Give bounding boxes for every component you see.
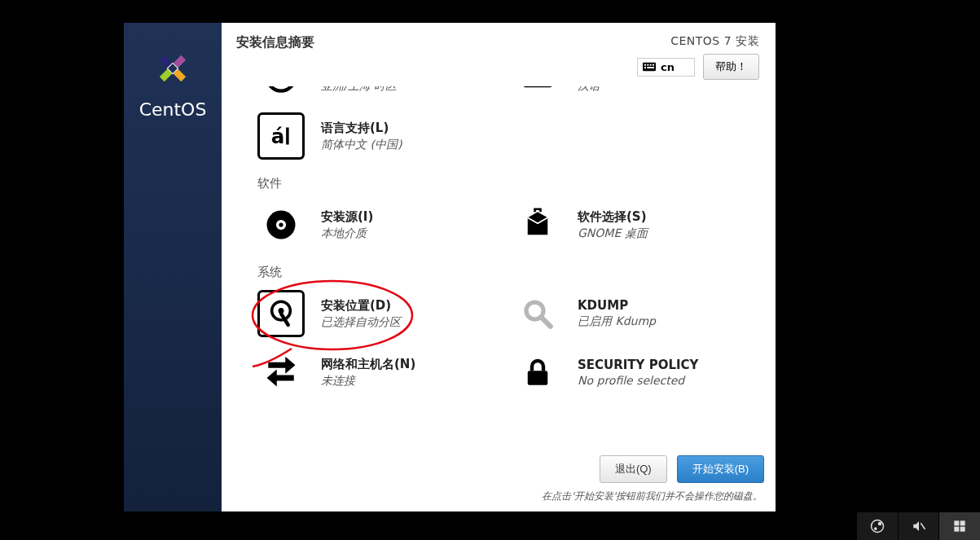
svg-rect-7 (647, 64, 648, 66)
spoke-title: KDUMP (578, 298, 656, 313)
svg-rect-11 (647, 67, 654, 68)
svg-text:á: á (271, 125, 285, 148)
network-arrows-icon (264, 355, 298, 389)
spoke-value: 未连接 (321, 374, 415, 389)
section-software: 软件 (257, 176, 754, 191)
spoke-title: SECURITY POLICY (578, 358, 698, 372)
spoke-value: 已选择自动分区 (321, 315, 401, 330)
svg-rect-15 (524, 86, 552, 87)
installer-window: CentOS 安装信息摘要 CENTOS 7 安装 cn (124, 23, 776, 511)
sound-muted-icon (912, 519, 926, 533)
svg-rect-9 (653, 64, 654, 66)
taskbar (856, 512, 980, 540)
spoke-value: GNOME 桌面 (578, 226, 648, 241)
help-button[interactable]: 帮助！ (703, 54, 759, 80)
spoke-keyboard[interactable]: 键盘(K) 汉语 (514, 86, 754, 101)
spoke-title: 语言支持(L) (321, 121, 402, 136)
magnifier-icon (521, 296, 555, 331)
svg-rect-8 (650, 64, 652, 66)
windows-icon (953, 520, 966, 533)
spoke-title: 网络和主机名(N) (321, 357, 415, 372)
svg-point-29 (279, 222, 283, 226)
svg-rect-42 (955, 527, 960, 532)
keyboard-layout-code: cn (661, 61, 675, 73)
svg-rect-41 (960, 520, 965, 525)
footer: 退出(Q) 开始安装(B) 在点击'开始安装'按钮前我们并不会操作您的磁盘。 (222, 450, 776, 511)
svg-point-12 (267, 86, 294, 91)
spoke-value: 亚洲/上海 时区 (321, 86, 402, 94)
spoke-value: 汉语 (578, 86, 622, 94)
spoke-title: 软件选择(S) (578, 209, 648, 225)
spoke-kdump[interactable]: KDUMP 已启用 Kdump (514, 290, 754, 337)
spoke-value: No profile selected (578, 374, 698, 387)
keyboard-layout-indicator[interactable]: cn (637, 58, 695, 77)
spoke-network[interactable]: 网络和主机名(N) 未连接 (257, 349, 498, 396)
svg-line-39 (921, 523, 925, 529)
quit-button[interactable]: 退出(Q) (600, 455, 667, 483)
install-label: CENTOS 7 安装 (670, 34, 759, 49)
spoke-security-policy[interactable]: SECURITY POLICY No profile selected (514, 349, 754, 396)
spoke-title: 安装位置(D) (321, 298, 401, 314)
page-title: 安装信息摘要 (236, 34, 314, 51)
svg-rect-35 (528, 371, 548, 385)
svg-rect-43 (960, 527, 965, 532)
spoke-datetime[interactable]: 日期和时间(T) 亚洲/上海 时区 (257, 86, 498, 101)
disc-icon (264, 208, 298, 242)
svg-point-37 (878, 522, 882, 526)
svg-line-34 (541, 317, 550, 326)
svg-rect-10 (644, 67, 646, 68)
spoke-software-selection[interactable]: 软件选择(S) GNOME 桌面 (514, 201, 754, 248)
centos-logo-icon (152, 47, 194, 90)
footer-note: 在点击'开始安装'按钮前我们并不会操作您的磁盘。 (542, 490, 764, 503)
taskbar-sound-icon[interactable] (898, 512, 939, 540)
spoke-value: 已启用 Kdump (578, 314, 656, 329)
content-area: 日期和时间(T) 亚洲/上海 时区 (222, 86, 776, 450)
svg-point-38 (874, 527, 877, 530)
centos-logo: CentOS (139, 47, 207, 120)
spoke-value: 本地介质 (321, 226, 373, 241)
spoke-value: 简体中文 (中国) (321, 138, 402, 152)
begin-install-button[interactable]: 开始安装(B) (677, 455, 764, 483)
clock-icon (264, 86, 298, 94)
centos-brand-text: CentOS (139, 99, 207, 120)
keyboard-icon (643, 62, 656, 72)
header: 安装信息摘要 CENTOS 7 安装 cn 帮助！ (222, 23, 776, 86)
svg-point-36 (871, 520, 883, 533)
steam-icon (870, 519, 885, 533)
svg-rect-6 (644, 64, 646, 66)
spoke-language[interactable]: á 语言支持(L) 简体中文 (中国) (257, 112, 502, 160)
harddisk-icon (264, 296, 298, 331)
main-panel: 安装信息摘要 CENTOS 7 安装 cn 帮助！ (222, 23, 776, 511)
keyboard-icon (521, 86, 555, 94)
package-icon (521, 208, 555, 242)
taskbar-steam-icon[interactable] (856, 512, 898, 540)
spoke-install-destination[interactable]: 安装位置(D) 已选择自动分区 (257, 290, 498, 337)
spoke-title: 安装源(I) (321, 209, 373, 225)
taskbar-windows-icon[interactable] (938, 512, 980, 540)
language-icon: á (264, 119, 298, 153)
lock-icon (521, 355, 555, 389)
section-system: 系统 (257, 265, 754, 280)
sidebar: CentOS (124, 23, 222, 511)
svg-rect-40 (955, 520, 960, 525)
spoke-install-source[interactable]: 安装源(I) 本地介质 (257, 201, 498, 248)
